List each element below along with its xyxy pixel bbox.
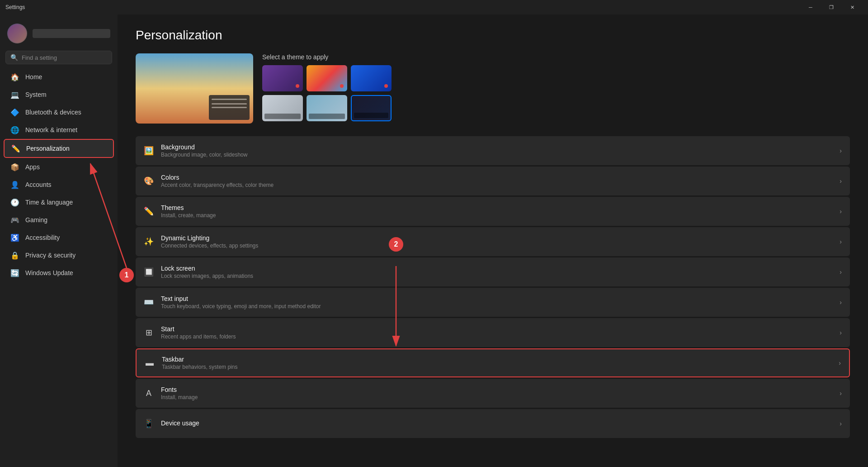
settings-icon-themes: ✏️	[144, 206, 154, 216]
nav-icon-accounts: 👤	[11, 181, 19, 189]
settings-item-themes[interactable]: ✏️ Themes Install, create, manage ›	[136, 197, 850, 226]
theme-thumb-3[interactable]	[351, 65, 392, 91]
avatar	[7, 24, 27, 43]
page-title: Personalization	[136, 28, 850, 43]
nav-label-network: Network & internet	[25, 126, 77, 133]
nav-icon-accessibility: ♿	[11, 234, 19, 242]
nav-icon-personalization: ✏️	[12, 144, 20, 152]
sidebar-item-bluetooth[interactable]: 🔷 Bluetooth & devices	[4, 104, 114, 121]
settings-icon-fonts: A	[144, 388, 154, 398]
settings-title-background: Background	[161, 143, 832, 151]
nav-icon-bluetooth: 🔷	[11, 108, 19, 116]
titlebar: Settings ─ ❐ ✕	[0, 0, 868, 14]
theme-select-label: Select a theme to apply	[262, 53, 392, 61]
settings-item-taskbar[interactable]: ▬ Taskbar Taskbar behaviors, system pins…	[136, 348, 850, 377]
settings-subtitle-taskbar: Taskbar behaviors, system pins	[162, 364, 831, 370]
settings-arrow-background: ›	[840, 147, 842, 154]
settings-item-colors[interactable]: 🎨 Colors Accent color, transparency effe…	[136, 167, 850, 195]
settings-arrow-start: ›	[840, 329, 842, 336]
settings-content-fonts: Fonts Install, manage	[161, 386, 832, 400]
settings-arrow-device-usage: ›	[840, 420, 842, 427]
settings-subtitle-themes: Install, create, manage	[161, 212, 832, 219]
theme-thumb-6[interactable]	[351, 95, 392, 121]
search-box[interactable]: 🔍	[5, 51, 112, 64]
sidebar-item-apps[interactable]: 📦 Apps	[4, 158, 114, 176]
settings-item-lock-screen[interactable]: 🔲 Lock screen Lock screen images, apps, …	[136, 257, 850, 286]
nav-label-windowsupdate: Windows Update	[25, 269, 73, 276]
theme-grid	[262, 65, 392, 121]
theme-preview-large[interactable]	[136, 53, 253, 124]
settings-item-dynamic-lighting[interactable]: ✨ Dynamic Lighting Connected devices, ef…	[136, 227, 850, 256]
settings-title-start: Start	[161, 325, 832, 333]
sidebar-item-gaming[interactable]: 🎮 Gaming	[4, 211, 114, 229]
settings-item-device-usage[interactable]: 📱 Device usage ›	[136, 409, 850, 438]
settings-arrow-lock-screen: ›	[840, 268, 842, 276]
settings-content-lock-screen: Lock screen Lock screen images, apps, an…	[161, 265, 832, 279]
settings-content-taskbar: Taskbar Taskbar behaviors, system pins	[162, 356, 831, 370]
sidebar-item-accessibility[interactable]: ♿ Accessibility	[4, 229, 114, 246]
theme-thumb-1[interactable]	[262, 65, 303, 91]
settings-subtitle-colors: Accent color, transparency effects, colo…	[161, 182, 832, 188]
sidebar-item-network[interactable]: 🌐 Network & internet	[4, 121, 114, 138]
settings-arrow-taskbar: ›	[839, 359, 841, 367]
user-profile[interactable]	[0, 20, 118, 51]
main-content: Personalization Select a theme to apply	[118, 14, 868, 467]
titlebar-title: Settings	[5, 4, 25, 10]
settings-subtitle-start: Recent apps and items, folders	[161, 334, 832, 340]
settings-list: 🖼️ Background Background image, color, s…	[136, 136, 850, 438]
settings-icon-device-usage: 📱	[144, 419, 154, 429]
theme-thumb-2[interactable]	[307, 65, 347, 91]
nav-icon-home: 🏠	[11, 73, 19, 81]
sidebar-item-accounts[interactable]: 👤 Accounts	[4, 176, 114, 193]
nav-label-personalization: Personalization	[26, 145, 70, 152]
settings-subtitle-fonts: Install, manage	[161, 394, 832, 400]
settings-content-device-usage: Device usage	[161, 419, 832, 428]
settings-icon-text-input: ⌨️	[144, 297, 154, 307]
settings-item-fonts[interactable]: A Fonts Install, manage ›	[136, 379, 850, 408]
nav-label-accessibility: Accessibility	[25, 234, 60, 241]
nav-icon-time: 🕐	[11, 198, 19, 206]
settings-content-background: Background Background image, color, slid…	[161, 143, 832, 158]
nav-icon-apps: 📦	[11, 163, 19, 171]
settings-subtitle-text-input: Touch keyboard, voice typing, emoji and …	[161, 303, 832, 310]
sidebar-item-personalization[interactable]: ✏️ Personalization	[4, 139, 114, 158]
sidebar-item-system[interactable]: 💻 System	[4, 86, 114, 103]
theme-thumb-4[interactable]	[262, 95, 303, 121]
settings-item-background[interactable]: 🖼️ Background Background image, color, s…	[136, 136, 850, 165]
search-input[interactable]	[22, 54, 107, 61]
nav-label-home: Home	[25, 73, 42, 81]
theme-section: Select a theme to apply	[136, 53, 850, 124]
settings-content-dynamic-lighting: Dynamic Lighting Connected devices, effe…	[161, 234, 832, 249]
settings-item-text-input[interactable]: ⌨️ Text input Touch keyboard, voice typi…	[136, 288, 850, 317]
sidebar-item-home[interactable]: 🏠 Home	[4, 68, 114, 86]
minimize-button[interactable]: ─	[800, 0, 821, 14]
close-button[interactable]: ✕	[842, 0, 863, 14]
settings-arrow-fonts: ›	[840, 390, 842, 397]
settings-subtitle-dynamic-lighting: Connected devices, effects, app settings	[161, 243, 832, 249]
settings-content-themes: Themes Install, create, manage	[161, 204, 832, 219]
settings-icon-background: 🖼️	[144, 146, 154, 156]
nav-label-privacy: Privacy & security	[25, 252, 75, 259]
settings-item-start[interactable]: ⊞ Start Recent apps and items, folders ›	[136, 318, 850, 347]
settings-icon-lock-screen: 🔲	[144, 267, 154, 277]
restore-button[interactable]: ❐	[821, 0, 842, 14]
settings-icon-colors: 🎨	[144, 176, 154, 186]
nav-icon-system: 💻	[11, 91, 19, 99]
settings-title-device-usage: Device usage	[161, 419, 832, 427]
annotation-marker-1: 1	[119, 268, 134, 282]
theme-mockup-overlay	[209, 95, 250, 120]
sidebar-item-windowsupdate[interactable]: 🔄 Windows Update	[4, 264, 114, 281]
settings-title-fonts: Fonts	[161, 386, 832, 393]
settings-icon-start: ⊞	[144, 328, 154, 338]
settings-arrow-themes: ›	[840, 208, 842, 215]
nav-icon-privacy: 🔒	[11, 251, 19, 259]
settings-title-dynamic-lighting: Dynamic Lighting	[161, 234, 832, 242]
nav-icon-gaming: 🎮	[11, 216, 19, 224]
sidebar-item-time[interactable]: 🕐 Time & language	[4, 194, 114, 211]
sidebar-item-privacy[interactable]: 🔒 Privacy & security	[4, 247, 114, 264]
annotation-marker-2: 2	[389, 237, 403, 252]
settings-content-start: Start Recent apps and items, folders	[161, 325, 832, 340]
settings-title-themes: Themes	[161, 204, 832, 211]
theme-thumb-5[interactable]	[307, 95, 347, 121]
settings-arrow-dynamic-lighting: ›	[840, 238, 842, 245]
